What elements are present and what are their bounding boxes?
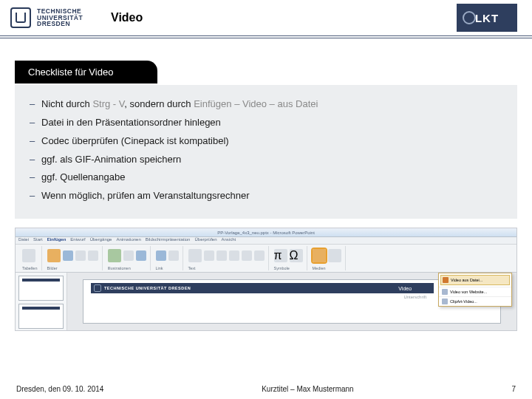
checklist-title: Checkliste für Video <box>15 61 157 83</box>
ppt-ribbon-tabs: Datei Start Einfügen Entwurf Übergänge A… <box>16 237 516 245</box>
ribbon-group: Text <box>185 246 269 270</box>
content-area: Checkliste für Video Nicht durch Strg - … <box>0 38 532 331</box>
clipart-icon <box>63 250 73 261</box>
date-icon <box>229 250 239 261</box>
page-title: Video <box>103 11 457 24</box>
link-icon <box>156 250 166 261</box>
ribbon-group: Tabellen <box>18 246 42 270</box>
slide-canvas: TECHNISCHE UNIVERSITÄT DRESDEN Video Unt… <box>67 273 516 330</box>
chk0-pre: Nicht durch <box>41 98 92 109</box>
slide-tud-text: TECHNISCHE UNIVERSITÄT DRESDEN <box>104 286 191 290</box>
checklist-item: Nicht durch Strg - V, sondern durch Einf… <box>28 95 504 114</box>
ribgrp-label: Text <box>188 267 265 271</box>
shapes-icon <box>108 249 121 262</box>
ribgrp-label: Illustrationen <box>108 267 146 271</box>
ppt-tab: Bildschirmpräsentation <box>146 237 191 244</box>
ppt-tab: Start <box>33 237 43 244</box>
footer-title: Kurztitel – Max Mustermann <box>262 385 354 393</box>
tud-line3: DRESDEN <box>37 21 83 27</box>
textbox-icon <box>188 249 202 262</box>
checklist-item: Datei in den Präsentationsordner hinlege… <box>28 114 504 132</box>
ribbon-group: Link <box>152 246 183 270</box>
checklist-box: Nicht durch Strg - V, sondern durch Einf… <box>15 85 517 219</box>
footer-date: Dresden, den 09. 10. 2014 <box>16 385 103 393</box>
slide-title: Video <box>398 286 412 291</box>
tud-logo-mark <box>10 7 31 28</box>
checklist-item: ggf. Quellenangabe <box>28 168 504 187</box>
ribbon-group: Illustrationen <box>104 246 151 270</box>
popup-highlight-label: Video aus Datei... <box>451 278 482 282</box>
slide-subtitle: Unterschrift <box>403 295 426 299</box>
popup-row: Video von Website... <box>439 287 511 296</box>
ppt-tab: Überprüfen <box>194 237 216 244</box>
page-number: 7 <box>511 385 516 393</box>
checklist-item: ggf. als GIF-Animation speichern <box>28 151 504 169</box>
popup-row-label: Video von Website... <box>450 290 487 294</box>
clipart-video-icon <box>442 299 448 304</box>
table-icon <box>22 249 35 262</box>
object-icon <box>254 250 265 261</box>
wordart-icon <box>216 250 227 261</box>
action-icon <box>168 250 179 261</box>
slide-header: TECHNISCHE UNIVERSITÄT DRESDEN Video LKT <box>0 0 532 38</box>
slide-header-bar: TECHNISCHE UNIVERSITÄT DRESDEN Video <box>91 283 434 293</box>
tud-logo-text: TECHNISCHE UNIVERSITÄT DRESDEN <box>37 8 83 27</box>
symbol-icon: Ω <box>290 249 303 262</box>
ribgrp-label: Bilder <box>47 267 98 271</box>
ppt-tab: Datei <box>18 237 29 244</box>
ppt-tab: Übergänge <box>90 237 112 244</box>
ppt-tab: Einfügen <box>47 237 66 244</box>
chk0-mid: , sondern durch <box>124 98 194 109</box>
chk0-mut2: Einfügen – Video – aus Datei <box>194 98 318 109</box>
slide-tud-mark <box>94 284 101 292</box>
ppt-tab: Animationen <box>116 237 140 244</box>
ribbon-group: Medien <box>309 246 346 270</box>
thumbnail <box>18 276 64 301</box>
picture-icon <box>47 249 61 262</box>
equation-icon: π <box>274 249 287 262</box>
ppt-titlebar: PP-Vorlage_4x3_neu.pptx - Microsoft Powe… <box>16 228 516 237</box>
smartart-icon <box>123 250 134 261</box>
audio-icon <box>328 249 341 262</box>
ribgrp-label: Link <box>156 267 179 271</box>
ppt-tab: Ansicht <box>222 237 236 244</box>
chk0-mut1: Strg - V <box>92 98 124 109</box>
powerpoint-screenshot: PP-Vorlage_4x3_neu.pptx - Microsoft Powe… <box>15 228 517 331</box>
ppt-ribbon: Tabellen Bilder Illustrationen Link Text… <box>16 245 516 273</box>
popup-highlight: Video aus Datei... <box>440 275 510 285</box>
slide-footer: Dresden, den 09. 10. 2014 Kurztitel – Ma… <box>16 385 516 393</box>
ribgrp-label: Medien <box>313 267 341 271</box>
album-icon <box>88 250 98 261</box>
ribbon-group: πΩSymbole <box>270 246 307 270</box>
video-icon <box>313 249 326 262</box>
checklist-item: Codec überprüfen (Cinepack ist kompatibe… <box>28 132 504 151</box>
popup-row: ClipArt-Video... <box>439 296 511 306</box>
lkt-logo: LKT <box>457 4 517 32</box>
ppt-tab: Entwurf <box>70 237 85 244</box>
tud-logo: TECHNISCHE UNIVERSITÄT DRESDEN <box>0 7 103 28</box>
number-icon <box>242 250 252 261</box>
popup-row-label: ClipArt-Video... <box>450 299 477 304</box>
ribbon-group: Bilder <box>44 246 103 270</box>
film-icon <box>443 277 449 283</box>
header-footer-icon <box>204 250 214 261</box>
ribgrp-label: Symbole <box>274 267 303 271</box>
web-icon <box>442 289 448 295</box>
screenshot-icon <box>75 250 86 261</box>
chart-icon <box>136 250 146 261</box>
checklist-item: Wenn möglich, prüfen am Veranstaltungsre… <box>28 187 504 205</box>
ppt-workspace: TECHNISCHE UNIVERSITÄT DRESDEN Video Unt… <box>16 273 516 330</box>
lkt-text: LKT <box>475 12 499 24</box>
slide-thumbnails <box>16 273 67 330</box>
ribgrp-label: Tabellen <box>22 267 38 271</box>
video-dropdown-popup: Video aus Datei... Video von Website... … <box>438 273 512 307</box>
thumbnail <box>18 304 64 329</box>
